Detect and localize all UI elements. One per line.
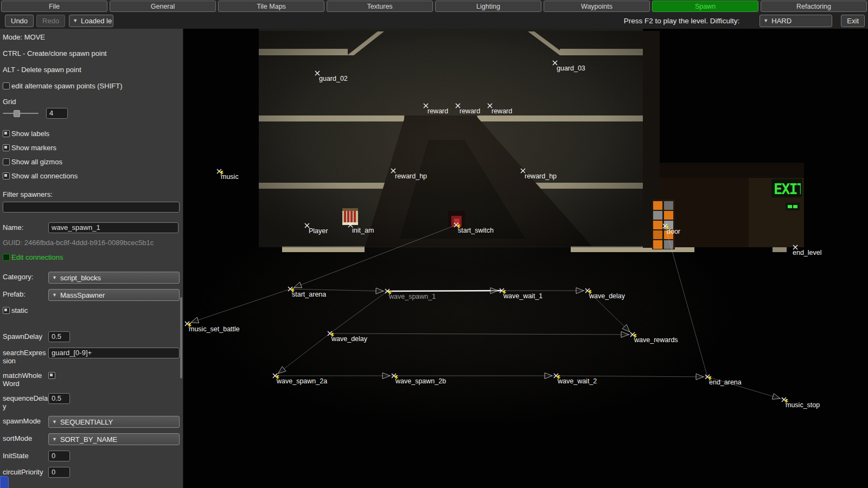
toggle-label: Show markers (11, 144, 56, 152)
spawn-point-label: music (221, 173, 239, 181)
grid-slider[interactable] (3, 108, 39, 119)
category-value: script_blocks (60, 274, 101, 282)
main-menu-bar: FileGeneralTile MapsTexturesLightingWayp… (0, 0, 868, 12)
chevron-down-icon: ▼ (52, 292, 57, 298)
spawn-point-label: init_am (352, 227, 374, 234)
tab-textures[interactable]: Textures (327, 1, 433, 12)
tab-general[interactable]: General (110, 1, 216, 12)
SpawnDelay-input[interactable]: 0.5 (48, 331, 70, 342)
show-labels-checkbox[interactable] (3, 130, 10, 137)
panel-scrollbar[interactable] (180, 297, 182, 378)
sequenceDelay-input[interactable]: 0.5 (48, 393, 70, 404)
redo-button[interactable]: Redo (36, 15, 65, 27)
spawn-point-label: guard_02 (319, 75, 348, 82)
category-label: Category: (3, 272, 48, 281)
spawn-point-label: door (667, 228, 680, 235)
field-label: SpawnDelay (3, 331, 48, 341)
field-label: sortMode (3, 433, 48, 442)
grid-size-input[interactable]: 4 (46, 108, 68, 119)
show-all-connections-checkbox[interactable] (3, 172, 10, 179)
static-checkbox[interactable] (3, 307, 10, 314)
searchExpression-input[interactable]: guard_[0-9]+ (48, 348, 180, 358)
prefab-label: Prefab: (3, 289, 48, 298)
edit-connections-row: Edit connections (3, 253, 180, 261)
tab-file[interactable]: File (1, 1, 107, 12)
spawn-point-label: music_set_battle (189, 325, 240, 333)
static-label: static (11, 306, 28, 314)
edit-alternate-checkbox[interactable] (3, 82, 10, 89)
toggle-row: Show labels (3, 130, 180, 138)
show-markers-checkbox[interactable] (3, 144, 10, 151)
grid-slider-thumb[interactable] (14, 110, 20, 117)
chevron-down-icon: ▼ (52, 436, 57, 442)
field-row: matchWholeWord (3, 370, 180, 388)
loaded-level-dropdown[interactable]: ▼ Loaded le (69, 15, 113, 27)
exit-button[interactable]: Exit (841, 15, 865, 27)
corner-widget[interactable] (0, 476, 9, 488)
spawn-point-label: wave_spawn_1 (388, 293, 436, 300)
spawn-point-label: reward (459, 107, 480, 115)
spawn-point-label: start_switch (458, 227, 494, 234)
toggle-label: Show all gizmos (11, 158, 62, 166)
edit-alternate-row: edit alternate spawn points (SHIFT) (3, 82, 180, 90)
edit-connections-checkbox[interactable] (3, 254, 10, 261)
field-row: circuitPriority0 (3, 467, 180, 478)
field-row: sortMode▼SORT_BY_NAME (3, 433, 180, 445)
category-dropdown[interactable]: ▼ script_blocks (48, 272, 180, 284)
field-label: matchWholeWord (3, 370, 48, 388)
difficulty-dropdown[interactable]: ▼ HARD (760, 15, 832, 27)
spawn-point-label: wave_spawn_2b (395, 377, 446, 385)
spawn-point-label: wave_wait_1 (503, 292, 542, 300)
grid-slider-track (3, 113, 39, 114)
toolbar: Undo Redo ▼ Loaded le Press F2 to play t… (0, 12, 868, 29)
edit-alternate-label: edit alternate spawn points (SHIFT) (11, 82, 122, 90)
toggle-row: Show all connections (3, 172, 180, 180)
spawn-point-label: start_arena (292, 291, 326, 298)
circuitPriority-input[interactable]: 0 (48, 467, 70, 478)
alt-hint: ALT - Delete spawn point (3, 66, 180, 74)
show-all-gizmos-checkbox[interactable] (3, 158, 10, 165)
spawn-properties-panel: Mode: MOVE CTRL - Create/clone spawn poi… (0, 29, 183, 488)
tab-tile-maps[interactable]: Tile Maps (218, 1, 324, 12)
edit-connections-label: Edit connections (11, 253, 63, 261)
field-label: spawnMode (3, 416, 48, 425)
spawn-point-label: wave_wait_2 (557, 377, 597, 385)
static-row: static (3, 306, 180, 314)
filter-spawners-label: Filter spawners: (3, 190, 180, 198)
spawn-point-label: music_stop (786, 401, 820, 409)
tab-refactoring[interactable]: Refactoring (761, 1, 867, 12)
spawn-point-label: wave_spawn_2a (276, 377, 327, 385)
tab-spawn[interactable]: Spawn (652, 1, 758, 12)
prefab-dropdown[interactable]: ▼ MassSpawner (48, 289, 180, 301)
mode-label: Mode: MOVE (3, 33, 180, 41)
connection-wave_spawn_1-to-wave_wait_1 (387, 291, 502, 291)
spawn-point-label: Player (309, 227, 328, 235)
toggle-label: Show all connections (11, 172, 78, 180)
spawn-point-label: wave_rewards (634, 336, 678, 344)
ammo-crate-sprite (342, 208, 358, 225)
chevron-down-icon: ▼ (52, 419, 57, 425)
spawn-point-label: end_arena (709, 378, 742, 386)
name-input[interactable]: wave_spawn_1 (48, 222, 178, 233)
field-row: searchExpressionguard_[0-9]+ (3, 348, 180, 365)
difficulty-value: HARD (771, 17, 792, 25)
toggle-row: Show all gizmos (3, 158, 180, 166)
chevron-down-icon: ▼ (763, 18, 768, 23)
play-hint-text: Press F2 to play the level. Difficulty: (624, 17, 740, 25)
exit-sign-text: EXIT (774, 181, 806, 197)
spawn-point-label: wave_delay (589, 292, 626, 300)
tab-lighting[interactable]: Lighting (435, 1, 541, 12)
grid-label: Grid (3, 98, 180, 106)
spawnMode-dropdown[interactable]: ▼SEQUENTIALLY (48, 416, 180, 428)
filter-spawners-input[interactable] (3, 202, 180, 213)
undo-button[interactable]: Undo (5, 15, 34, 27)
toggle-row: Show markers (3, 144, 180, 152)
InitState-input[interactable]: 0 (48, 451, 70, 461)
spawn-point-label: reward_hp (395, 172, 427, 180)
prefab-value: MassSpawner (60, 291, 105, 299)
sortMode-dropdown[interactable]: ▼SORT_BY_NAME (48, 433, 180, 445)
tab-waypoints[interactable]: Waypoints (544, 1, 650, 12)
matchWholeWord-checkbox[interactable] (48, 372, 55, 379)
toggle-label: Show labels (11, 130, 49, 138)
spawn-point-label: wave_delay (331, 335, 368, 343)
